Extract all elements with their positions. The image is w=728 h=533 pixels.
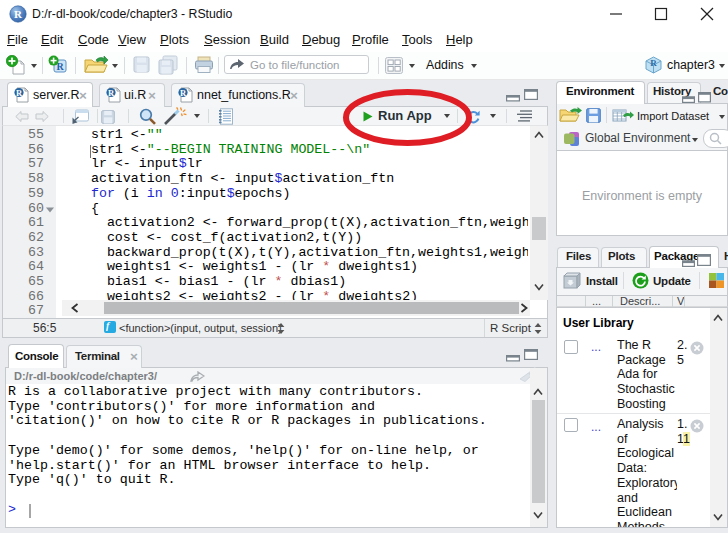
svg-text:R: R	[180, 88, 187, 98]
svg-text:R: R	[16, 88, 23, 98]
svg-text:R: R	[14, 8, 23, 20]
svg-text:R: R	[650, 58, 657, 68]
svg-text:R: R	[108, 88, 115, 98]
